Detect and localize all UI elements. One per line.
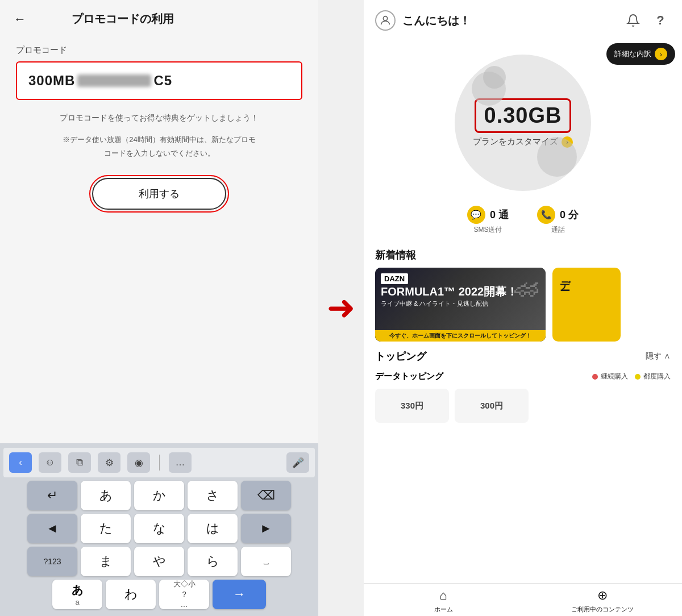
chevron-left-toolbar-button[interactable]: ‹ <box>9 452 32 473</box>
racing-decoration: 🏎 <box>514 273 540 303</box>
right-arrow-icon: ➜ <box>327 291 355 325</box>
ha-key[interactable]: は <box>188 514 238 543</box>
num-key[interactable]: ?123 <box>27 547 77 576</box>
sa-key[interactable]: さ <box>188 481 238 510</box>
use-button[interactable]: 利用する <box>92 178 226 210</box>
home-icon: ⌂ <box>439 588 447 603</box>
ta-key[interactable]: た <box>81 514 131 543</box>
legend-dot-spot <box>635 374 641 380</box>
promo-input-box[interactable]: 300MB C5 <box>16 61 302 100</box>
detail-button-label: 詳細な内訳 <box>614 49 651 59</box>
keyboard-row-1: ↵ あ か さ ⌫ <box>3 481 315 510</box>
special-line2: ? <box>182 589 186 600</box>
palette-toolbar-button[interactable]: ◉ <box>127 452 150 473</box>
call-label: 通話 <box>551 225 565 235</box>
topping-hide-button[interactable]: 隠す ∧ <box>646 351 671 361</box>
backspace-key[interactable]: ⌫ <box>241 481 291 510</box>
formula-cta: 今すぐ、ホーム画面を下にスクロールしてトッピング！ <box>375 330 546 342</box>
switch-input-key[interactable]: あ a <box>52 580 102 609</box>
mic-toolbar-button[interactable]: 🎤 <box>286 452 309 473</box>
data-topping-label: データトッピング <box>375 371 443 382</box>
left-panel: ← プロモコードの利用 プロモコード 300MB C5 プロモコードを使ってお得… <box>0 0 318 616</box>
sms-label: SMS送付 <box>473 225 502 235</box>
right-panel: こんにちは！ ? 詳細な内訳 › 0.30GB プランをカスタマイズ › <box>364 0 682 616</box>
ra-key[interactable]: ら <box>188 547 238 576</box>
keyboard-row-3: ?123 ま や ら ⎵ <box>3 547 315 576</box>
right-arrow-key[interactable]: ► <box>241 514 291 543</box>
legend-dot-continuous <box>592 374 598 380</box>
left-arrow-key[interactable]: ◄ <box>27 514 77 543</box>
switch-big-label: あ <box>72 582 83 598</box>
price-card-1[interactable]: 330円 <box>375 389 449 423</box>
keyboard-toolbar: ‹ ☺ ⧉ ⚙ ◉ … 🎤 <box>3 448 315 477</box>
greeting-text: こんにちは！ <box>402 13 616 28</box>
data-circle: 0.30GB プランをカスタマイズ › <box>455 55 591 191</box>
call-value: 0 分 <box>560 208 579 222</box>
legend-row: 継続購入 都度購入 <box>592 372 671 381</box>
legend-label-spot: 都度購入 <box>643 372 671 381</box>
keyboard-row-2: ◄ た な は ► <box>3 514 315 543</box>
news-section-title: 新着情報 <box>364 244 682 268</box>
detail-btn-arrow-icon: › <box>655 48 667 60</box>
nav-contents-label: ご利用中のコンテンツ <box>571 605 634 614</box>
sms-stat: 💬 0 通 SMS送付 <box>467 206 509 235</box>
settings-toolbar-button[interactable]: ⚙ <box>98 452 120 473</box>
call-stat-row: 📞 0 分 <box>537 206 579 224</box>
deco-circle-3 <box>537 137 577 177</box>
arrow-divider: ➜ <box>318 0 364 616</box>
ka-key[interactable]: か <box>134 481 184 510</box>
keyboard-rows: ↵ あ か さ ⌫ ◄ た な は ► ?123 ま や ら ⎵ <box>3 481 315 609</box>
enter-key[interactable]: ↵ <box>27 481 77 510</box>
topping-title: トッピング <box>375 349 426 363</box>
news-small-text: デー <box>558 273 572 285</box>
bell-icon[interactable] <box>623 10 643 31</box>
sms-icon: 💬 <box>467 206 485 224</box>
special-key[interactable]: 大◇小 ? … <box>159 580 209 609</box>
nav-contents[interactable]: ⊕ ご利用中のコンテンツ <box>523 588 682 614</box>
news-card-formula1[interactable]: DAZN FORMULA1™ 2022開幕！ ライブ中継 & ハイライト・見逃し… <box>375 268 546 342</box>
a-key[interactable]: あ <box>81 481 131 510</box>
user-icon[interactable] <box>375 10 396 31</box>
back-button[interactable]: ← <box>14 12 26 27</box>
detail-button[interactable]: 詳細な内訳 › <box>606 43 675 65</box>
wa-key[interactable]: わ <box>106 580 156 609</box>
nav-home[interactable]: ⌂ ホーム <box>364 588 523 614</box>
call-icon: 📞 <box>537 206 555 224</box>
go-key[interactable]: → <box>213 580 266 609</box>
price-card-2[interactable]: 300円 <box>455 389 529 423</box>
toolbar-separator <box>159 455 160 471</box>
svg-point-0 <box>383 16 387 20</box>
stats-row: 💬 0 通 SMS送付 📞 0 分 通話 <box>364 200 682 244</box>
topping-section: トッピング 隠す ∧ データトッピング 継続購入 都度購入 330円 300円 <box>364 342 682 423</box>
price-cards-row: 330円 300円 <box>375 385 671 423</box>
topping-header: トッピング 隠す ∧ <box>375 349 671 363</box>
ma-key[interactable]: ま <box>81 547 131 576</box>
nav-home-label: ホーム <box>434 605 453 614</box>
space-key[interactable]: ⎵ <box>241 547 291 576</box>
promo-masked-text <box>77 74 151 87</box>
emoji-toolbar-button[interactable]: ☺ <box>39 452 61 473</box>
right-header: こんにちは！ ? <box>364 0 682 38</box>
promo-code-label: プロモコード <box>16 45 302 56</box>
na-key[interactable]: な <box>134 514 184 543</box>
sms-value: 0 通 <box>490 208 509 222</box>
help-icon[interactable]: ? <box>650 10 671 31</box>
bottom-nav: ⌂ ホーム ⊕ ご利用中のコンテンツ <box>364 583 682 616</box>
legend-item-continuous: 継続購入 <box>592 372 628 381</box>
left-content: プロモコード 300MB C5 プロモコードを使ってお得な特典をゲットしましょう… <box>0 36 318 443</box>
switch-small-label: a <box>75 598 79 606</box>
news-card-small[interactable]: デー <box>552 268 621 342</box>
more-toolbar-button[interactable]: … <box>169 452 192 473</box>
promo-hint-text: プロモコードを使ってお得な特典をゲットしましょう！ <box>16 111 302 124</box>
clipboard-toolbar-button[interactable]: ⧉ <box>68 452 91 473</box>
legend-label-continuous: 継続購入 <box>601 372 628 381</box>
special-line3: … <box>181 600 188 610</box>
sms-stat-row: 💬 0 通 <box>467 206 509 224</box>
legend-item-spot: 都度購入 <box>635 372 671 381</box>
contents-icon: ⊕ <box>597 588 608 603</box>
ya-key[interactable]: や <box>134 547 184 576</box>
news-card-inner: DAZN FORMULA1™ 2022開幕！ ライブ中継 & ハイライト・見逃し… <box>375 268 546 342</box>
news-scroll[interactable]: DAZN FORMULA1™ 2022開幕！ ライブ中継 & ハイライト・見逃し… <box>364 268 682 342</box>
dazn-logo: DAZN <box>381 273 408 284</box>
data-circle-area: 詳細な内訳 › 0.30GB プランをカスタマイズ › <box>364 38 682 200</box>
